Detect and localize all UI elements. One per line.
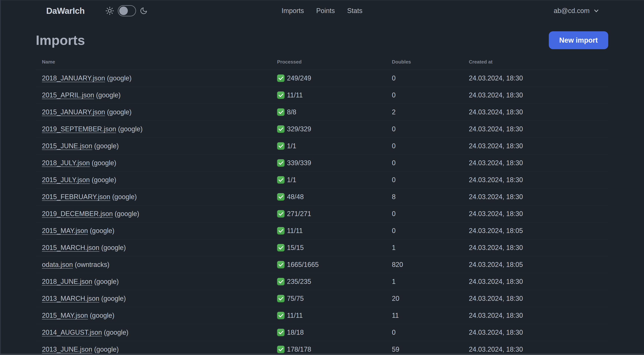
table-row: 2015_MAY.json (google) 11/11 11 24.03.20…	[36, 307, 608, 324]
theme-toggle-knob	[119, 6, 128, 15]
table-row: 2015_JUNE.json (google) 1/1 0 24.03.2024…	[36, 138, 608, 155]
check-icon	[277, 91, 284, 99]
import-file-link[interactable]: 2015_JANUARY.json	[42, 108, 105, 116]
check-icon	[277, 176, 284, 184]
check-icon	[277, 278, 284, 285]
import-processed-cell: 339/339	[277, 159, 392, 167]
import-source: (google)	[101, 244, 126, 251]
import-processed-cell: 249/249	[277, 74, 392, 82]
processed-count: 339/339	[287, 159, 311, 167]
import-processed-cell: 1665/1665	[277, 261, 392, 269]
import-name-cell: 2015_JANUARY.json (google)	[42, 108, 277, 116]
processed-count: 178/178	[287, 346, 311, 353]
processed-count: 11/11	[287, 227, 303, 235]
import-name-cell: 2015_MAY.json (google)	[42, 312, 277, 320]
import-name-cell: 2019_DECEMBER.json (google)	[42, 210, 277, 218]
import-processed-cell: 271/271	[277, 210, 392, 218]
check-icon	[277, 210, 284, 218]
moon-icon	[140, 7, 148, 15]
import-created-at-cell: 24.03.2024, 18:30	[469, 91, 608, 99]
processed-count: 18/18	[287, 329, 304, 336]
table-row: 2015_MAY.json (google) 11/11 0 24.03.202…	[36, 222, 608, 239]
check-icon	[277, 346, 284, 353]
nav-imports[interactable]: Imports	[282, 7, 304, 15]
import-file-link[interactable]: 2015_MAY.json	[42, 312, 88, 319]
import-file-link[interactable]: 2018_JULY.json	[42, 159, 90, 167]
import-created-at-cell: 24.03.2024, 18:30	[469, 176, 608, 184]
import-name-cell: 2015_MARCH.json (google)	[42, 244, 277, 252]
import-file-link[interactable]: 2015_MARCH.json	[42, 244, 99, 251]
import-file-link[interactable]: 2014_AUGUST.json	[42, 329, 102, 336]
theme-toggle-group	[106, 5, 148, 16]
table-row: 2013_JUNE.json (google) 178/178 59 24.03…	[36, 341, 608, 355]
import-doubles-cell: 0	[392, 142, 469, 150]
import-file-link[interactable]: 2018_JANUARY.json	[42, 74, 105, 82]
import-doubles-cell: 2	[392, 108, 469, 116]
import-processed-cell: 48/48	[277, 193, 392, 201]
import-file-link[interactable]: 2015_MAY.json	[42, 227, 88, 235]
import-file-link[interactable]: 2013_MARCH.json	[42, 295, 99, 302]
processed-count: 1/1	[287, 142, 296, 150]
import-created-at-cell: 24.03.2024, 18:30	[469, 244, 608, 252]
check-icon	[277, 244, 284, 251]
import-file-link[interactable]: 2013_JUNE.json	[42, 346, 92, 353]
imports-table: Name Processed Doubles Created at 2018_J…	[36, 54, 608, 355]
new-import-button[interactable]: New import	[549, 31, 608, 49]
import-created-at-cell: 24.03.2024, 18:30	[469, 329, 608, 336]
import-processed-cell: 1/1	[277, 176, 392, 184]
import-name-cell: 2015_MAY.json (google)	[42, 227, 277, 235]
import-created-at-cell: 24.03.2024, 18:05	[469, 227, 608, 235]
check-icon	[277, 125, 284, 133]
import-file-link[interactable]: odata.json	[42, 261, 73, 268]
import-source: (google)	[92, 159, 116, 167]
check-icon	[277, 261, 284, 268]
table-row: 2015_MARCH.json (google) 15/15 1 24.03.2…	[36, 239, 608, 256]
import-processed-cell: 1/1	[277, 142, 392, 150]
main-nav: Imports Points Stats	[282, 7, 362, 15]
nav-stats[interactable]: Stats	[347, 7, 362, 15]
main-content: Imports New import Name Processed Double…	[0, 21, 644, 355]
processed-count: 11/11	[287, 312, 303, 320]
import-file-link[interactable]: 2015_FEBRUARY.json	[42, 193, 110, 201]
horizontal-scrollbar[interactable]	[0, 354, 644, 355]
processed-count: 1/1	[287, 176, 296, 184]
app-logo[interactable]: DaWarIch	[46, 6, 84, 16]
import-name-cell: 2018_JUNE.json (google)	[42, 278, 277, 286]
import-file-link[interactable]: 2019_DECEMBER.json	[42, 210, 113, 218]
table-body: 2018_JANUARY.json (google) 249/249 0 24.…	[36, 70, 608, 355]
theme-toggle-switch[interactable]	[118, 5, 136, 16]
import-source: (google)	[96, 91, 120, 99]
import-source: (google)	[94, 142, 119, 150]
import-source: (owntracks)	[75, 261, 110, 268]
import-file-link[interactable]: 2019_SEPTEMBER.json	[42, 125, 116, 133]
check-icon	[277, 329, 284, 336]
import-file-link[interactable]: 2015_APRIL.json	[42, 91, 94, 99]
processed-count: 8/8	[287, 108, 296, 116]
processed-count: 75/75	[287, 295, 304, 303]
table-row: 2013_MARCH.json (google) 75/75 20 24.03.…	[36, 290, 608, 307]
column-header-processed: Processed	[277, 59, 392, 65]
nav-points[interactable]: Points	[316, 7, 335, 15]
import-created-at-cell: 24.03.2024, 18:30	[469, 193, 608, 201]
table-row: 2015_FEBRUARY.json (google) 48/48 8 24.0…	[36, 188, 608, 205]
import-file-link[interactable]: 2015_JULY.json	[42, 176, 90, 184]
table-row: odata.json (owntracks) 1665/1665 820 24.…	[36, 256, 608, 273]
import-created-at-cell: 24.03.2024, 18:30	[469, 278, 608, 286]
import-file-link[interactable]: 2018_JUNE.json	[42, 278, 92, 285]
import-name-cell: 2015_FEBRUARY.json (google)	[42, 193, 277, 201]
page-title: Imports	[36, 32, 85, 48]
column-header-name: Name	[42, 59, 277, 65]
table-row: 2018_JANUARY.json (google) 249/249 0 24.…	[36, 70, 608, 87]
check-icon	[277, 227, 284, 235]
import-doubles-cell: 0	[392, 125, 469, 133]
account-menu[interactable]: ab@cd.com	[554, 7, 600, 15]
check-icon	[277, 74, 284, 82]
top-navbar: DaWarIch	[0, 0, 644, 21]
import-name-cell: 2015_APRIL.json (google)	[42, 91, 277, 99]
import-processed-cell: 11/11	[277, 91, 392, 99]
import-doubles-cell: 1	[392, 244, 469, 252]
import-file-link[interactable]: 2015_JUNE.json	[42, 142, 92, 150]
import-doubles-cell: 0	[392, 210, 469, 218]
processed-count: 235/235	[287, 278, 311, 286]
import-processed-cell: 11/11	[277, 312, 392, 320]
